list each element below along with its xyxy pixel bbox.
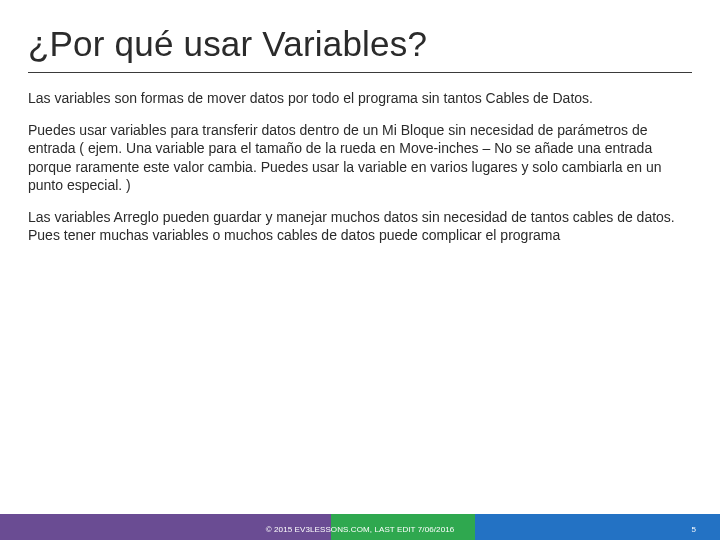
title-underline xyxy=(28,72,692,73)
footer-segment-blue xyxy=(475,514,720,540)
slide-title: ¿Por qué usar Variables? xyxy=(28,24,692,64)
slide-body: Las variables son formas de mover datos … xyxy=(28,89,692,258)
slide: ¿Por qué usar Variables? Las variables s… xyxy=(0,0,720,540)
paragraph: Las variables son formas de mover datos … xyxy=(28,89,692,107)
page-number: 5 xyxy=(691,525,696,534)
footer-copyright: © 2015 EV3LESSONS.COM, LAST EDIT 7/06/20… xyxy=(266,525,455,534)
paragraph: Puedes usar variables para transferir da… xyxy=(28,121,692,194)
paragraph: Las variables Arreglo pueden guardar y m… xyxy=(28,208,692,244)
